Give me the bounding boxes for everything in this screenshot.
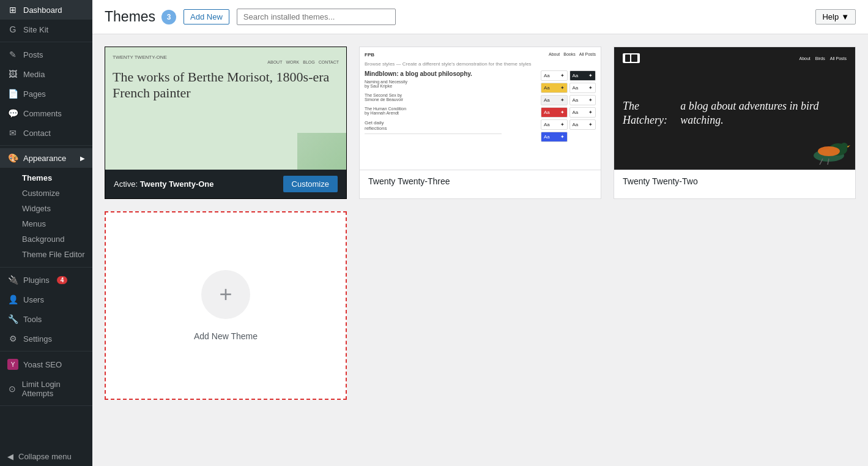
customize-button[interactable]: Customize: [283, 176, 338, 192]
sidebar-divider-2: [0, 145, 92, 146]
t23-aa-grid: Aa ✦ Aa ✦ Aa ✦ Aa ✦ Aa ✦ Aa ✦ Aa ✦ Aa ✦ …: [541, 70, 596, 142]
aa-red: Aa ✦: [541, 107, 568, 118]
chevron-down-icon: ▼: [841, 12, 849, 21]
search-input[interactable]: [237, 9, 396, 25]
sidebar-item-dashboard[interactable]: ⊞ Dashboard: [0, 0, 92, 20]
theme-thumbnail-t21: TWENTY TWENTY-ONE ABOUTWORKBLOGCONTACT T…: [105, 47, 346, 170]
t22-header-row: AboutBirdsAll Posts: [623, 53, 847, 63]
settings-icon: ⚙: [7, 334, 18, 344]
collapse-icon: ◀: [7, 452, 13, 461]
sidebar: ⊞ Dashboard G Site Kit ✎ Posts 🖼 Media 📄…: [0, 0, 92, 466]
limit-login-icon: ⊙: [7, 384, 17, 394]
sidebar-item-menus[interactable]: Menus: [17, 216, 92, 231]
svg-point-4: [840, 143, 848, 150]
t22-logo: [623, 53, 640, 63]
contact-icon: ✉: [7, 128, 18, 138]
theme-thumbnail-t22: AboutBirdsAll Posts The Hatchery: a blog…: [614, 47, 855, 170]
theme-card-twenty-twenty-two[interactable]: AboutBirdsAll Posts The Hatchery: a blog…: [614, 47, 856, 199]
yoast-icon: Y: [7, 359, 18, 370]
sidebar-divider-4: [0, 351, 92, 351]
aa-light2: Aa ✦: [541, 119, 568, 130]
bird-illustration: [807, 134, 850, 165]
sidebar-item-customize[interactable]: Customize: [17, 186, 92, 201]
t23-sidebar: Aa ✦ Aa ✦ Aa ✦ Aa ✦ Aa ✦ Aa ✦ Aa ✦ Aa ✦ …: [541, 70, 596, 142]
add-theme-card[interactable]: + Add New Theme: [105, 211, 347, 400]
add-theme-label: Add New Theme: [194, 331, 258, 341]
theme-thumbnail-t23: FPB AboutBooksAll Posts Browse styles — …: [360, 47, 601, 170]
sidebar-item-background[interactable]: Background: [17, 231, 92, 247]
comments-icon: 💬: [7, 108, 18, 118]
sidebar-item-limit-login[interactable]: ⊙ Limit Login Attempts: [0, 375, 92, 403]
t22-nav: AboutBirdsAll Posts: [799, 56, 847, 61]
t21-brand: TWENTY TWENTY-ONE: [113, 54, 339, 60]
themes-content: TWENTY TWENTY-ONE ABOUTWORKBLOGCONTACT T…: [92, 34, 868, 466]
page-title-wrap: Themes 3: [105, 9, 176, 25]
t23-main-content: Mindblown: a blog about philosophy. Nami…: [365, 70, 536, 142]
dashboard-icon: ⊞: [7, 5, 18, 15]
sidebar-item-media[interactable]: 🖼 Media: [0, 64, 92, 84]
main-content: Themes 3 Add New Help ▼ TWENTY TWENTY-ON…: [92, 0, 868, 466]
svg-rect-1: [631, 54, 637, 62]
aa-white: Aa ✦: [569, 95, 596, 105]
sidebar-item-appearance[interactable]: 🎨 Appearance ▶: [0, 148, 92, 168]
plugins-badge: 4: [57, 276, 68, 284]
aa-default: Aa ✦: [541, 70, 568, 81]
help-button[interactable]: Help ▼: [815, 9, 856, 24]
t21-nav: ABOUTWORKBLOGCONTACT: [113, 60, 339, 64]
sidebar-item-contact[interactable]: ✉ Contact: [0, 123, 92, 143]
aa-plain: Aa ✦: [569, 107, 596, 118]
t23-panel: Mindblown: a blog about philosophy. Nami…: [365, 70, 596, 142]
svg-rect-0: [625, 54, 630, 62]
add-theme-icon: +: [201, 270, 250, 319]
theme-count-badge: 3: [161, 10, 176, 24]
plugins-icon: 🔌: [7, 275, 18, 285]
t23-header: FPB AboutBooksAll Posts: [365, 52, 596, 58]
add-new-button[interactable]: Add New: [184, 9, 229, 24]
sidebar-divider: [0, 42, 92, 42]
sidebar-item-theme-file-editor[interactable]: Theme File Editor: [17, 247, 92, 262]
aa-purple: Aa ✦: [541, 132, 568, 142]
theme-card-twenty-twenty-one[interactable]: TWENTY TWENTY-ONE ABOUTWORKBLOGCONTACT T…: [105, 47, 347, 199]
sidebar-item-settings[interactable]: ⚙ Settings: [0, 329, 92, 348]
site-kit-icon: G: [7, 24, 18, 34]
active-bar: Active: Twenty Twenty-One Customize: [105, 170, 346, 198]
appearance-icon: 🎨: [7, 153, 18, 163]
active-label: Active: Twenty Twenty-One: [114, 179, 214, 189]
theme-label-t22: Twenty Twenty-Two: [614, 170, 855, 192]
sidebar-item-tools[interactable]: 🔧 Tools: [0, 309, 92, 329]
page-title: Themes: [105, 9, 155, 25]
aa-gray: Aa ✦: [541, 95, 568, 105]
sidebar-item-site-kit[interactable]: G Site Kit: [0, 20, 92, 39]
aa-white2: Aa ✦: [569, 119, 596, 130]
users-icon: 👤: [7, 295, 18, 304]
sidebar-item-plugins[interactable]: 🔌 Plugins 4: [0, 270, 92, 290]
theme-label-t23: Twenty Twenty-Three: [360, 170, 601, 192]
aa-dark: Aa ✦: [569, 70, 596, 81]
t21-image: [297, 133, 346, 170]
sidebar-item-posts[interactable]: ✎ Posts: [0, 45, 92, 64]
t21-headline: The works of Berthe Morisot, 1800s-era F…: [113, 69, 339, 102]
tools-icon: 🔧: [7, 314, 18, 324]
posts-icon: ✎: [7, 50, 18, 59]
sidebar-item-themes[interactable]: Themes: [17, 170, 92, 186]
sidebar-item-users[interactable]: 👤 Users: [0, 290, 92, 309]
themes-grid: TWENTY TWENTY-ONE ABOUTWORKBLOGCONTACT T…: [105, 47, 856, 400]
sidebar-item-yoast[interactable]: Y Yoast SEO: [0, 354, 92, 375]
chevron-icon: ▶: [80, 155, 85, 162]
t23-browser-bar: Browse styles — Create a different style…: [365, 61, 596, 67]
sidebar-item-comments[interactable]: 💬 Comments: [0, 103, 92, 123]
aa-light: Aa ✦: [569, 83, 596, 93]
sidebar-divider-3: [0, 267, 92, 268]
svg-point-6: [818, 146, 840, 156]
media-icon: 🖼: [7, 69, 18, 79]
collapse-menu[interactable]: ◀ Collapse menu: [0, 447, 92, 466]
theme-card-twenty-twenty-three[interactable]: FPB AboutBooksAll Posts Browse styles — …: [359, 47, 601, 199]
aa-yellow: Aa ✦: [541, 83, 568, 93]
appearance-submenu: Themes Customize Widgets Menus Backgroun…: [0, 168, 92, 265]
toolbar: Themes 3 Add New Help ▼: [92, 0, 868, 34]
sidebar-item-pages[interactable]: 📄 Pages: [0, 84, 92, 103]
sidebar-item-widgets[interactable]: Widgets: [17, 201, 92, 216]
pages-icon: 📄: [7, 89, 18, 99]
sidebar-divider-5: [0, 405, 92, 406]
